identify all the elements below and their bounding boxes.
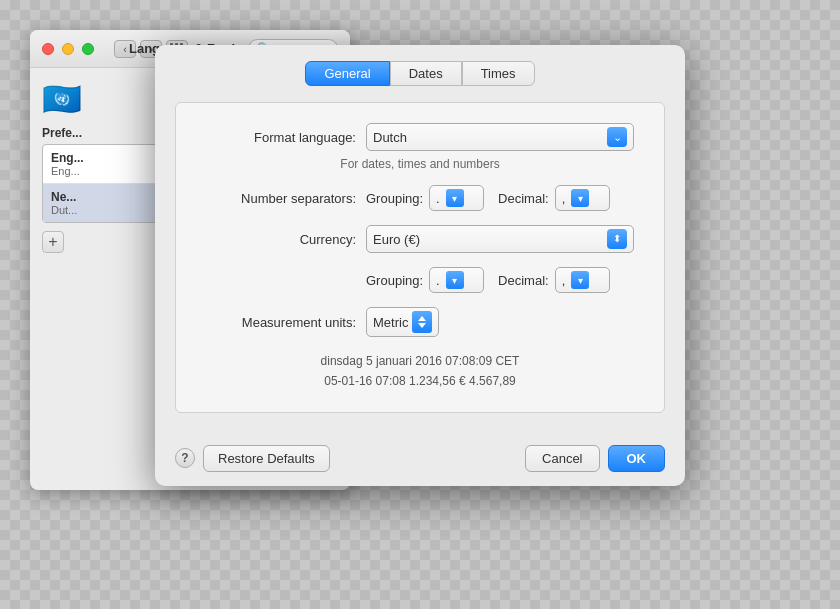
tab-general[interactable]: General: [305, 61, 389, 86]
currency-decimal-select[interactable]: , ▾: [555, 267, 610, 293]
tab-dates[interactable]: Dates: [390, 61, 462, 86]
lang-sub: Dut...: [51, 204, 153, 216]
lang-name: Eng...: [51, 151, 153, 165]
number-separators-label: Number separators:: [206, 191, 366, 206]
grouping-select[interactable]: . ▾: [429, 185, 484, 211]
restore-defaults-button[interactable]: Restore Defaults: [203, 445, 330, 472]
currency-select[interactable]: Euro (€) ⬍: [366, 225, 634, 253]
preview-line-1: dinsdag 5 januari 2016 07:08:09 CET: [206, 351, 634, 371]
currency-decimal-label: Decimal:: [498, 273, 549, 288]
add-language-button[interactable]: +: [42, 231, 64, 253]
currency-arrow: ⬍: [607, 229, 627, 249]
grouping-value: .: [436, 191, 440, 206]
currency-decimal-arrow: ▾: [571, 271, 589, 289]
form-panel: Format language: Dutch ⌄ For dates, time…: [175, 102, 665, 413]
lang-sub: Eng...: [51, 165, 153, 177]
currency-grouping-arrow: ▾: [446, 271, 464, 289]
number-separators-row: Number separators: Grouping: . ▾ Decimal…: [206, 185, 634, 211]
dialog-body: General Dates Times Format language: Dut…: [155, 45, 685, 433]
format-language-row: Format language: Dutch ⌄: [206, 123, 634, 151]
preview-line-2: 05-01-16 07:08 1.234,56 € 4.567,89: [206, 371, 634, 391]
format-language-arrow: ⌄: [607, 127, 627, 147]
tab-times[interactable]: Times: [462, 61, 535, 86]
spinner-down-icon: [418, 323, 426, 328]
dialog-footer: ? Restore Defaults Cancel OK: [155, 433, 685, 486]
close-button[interactable]: [42, 43, 54, 55]
spinner-up-icon: [418, 316, 426, 321]
format-language-value: Dutch: [373, 130, 407, 145]
language-list: Eng... Eng... Ne... Dut...: [42, 144, 162, 223]
tab-bar: General Dates Times: [175, 61, 665, 86]
preview-area: dinsdag 5 januari 2016 07:08:09 CET 05-0…: [206, 351, 634, 392]
measurement-select[interactable]: Metric: [366, 307, 439, 337]
decimal-select[interactable]: , ▾: [555, 185, 610, 211]
currency-separators-group: Grouping: . ▾ Decimal: , ▾: [366, 267, 610, 293]
list-item[interactable]: Eng... Eng...: [43, 145, 161, 184]
measurement-spinner[interactable]: [412, 311, 432, 333]
grouping-arrow: ▾: [446, 189, 464, 207]
decimal-label: Decimal:: [498, 191, 549, 206]
format-language-select[interactable]: Dutch ⌄: [366, 123, 634, 151]
spinner-icon: ⬍: [613, 234, 621, 244]
number-separators-group: Grouping: . ▾ Decimal: , ▾: [366, 185, 610, 211]
measurement-row: Measurement units: Metric: [206, 307, 634, 337]
measurement-value: Metric: [373, 315, 408, 330]
currency-separators-row: Grouping: . ▾ Decimal: , ▾: [206, 267, 634, 293]
format-language-label: Format language:: [206, 130, 366, 145]
grouping-label: Grouping:: [366, 191, 423, 206]
currency-row: Currency: Euro (€) ⬍: [206, 225, 634, 253]
decimal-arrow: ▾: [571, 189, 589, 207]
maximize-button[interactable]: [82, 43, 94, 55]
decimal-value: ,: [562, 191, 566, 206]
currency-label: Currency:: [206, 232, 366, 247]
ok-button[interactable]: OK: [608, 445, 666, 472]
currency-decimal-value: ,: [562, 273, 566, 288]
format-language-hint: For dates, times and numbers: [206, 157, 634, 171]
currency-grouping-label: Grouping:: [366, 273, 423, 288]
currency-value: Euro (€): [373, 232, 420, 247]
lang-name: Ne...: [51, 190, 153, 204]
currency-grouping-value: .: [436, 273, 440, 288]
cancel-button[interactable]: Cancel: [525, 445, 599, 472]
list-item[interactable]: Ne... Dut...: [43, 184, 161, 222]
currency-grouping-select[interactable]: . ▾: [429, 267, 484, 293]
help-button[interactable]: ?: [175, 448, 195, 468]
measurement-label: Measurement units:: [206, 315, 366, 330]
language-region-dialog: General Dates Times Format language: Dut…: [155, 45, 685, 486]
chevron-icon: ⌄: [613, 131, 622, 144]
minimize-button[interactable]: [62, 43, 74, 55]
